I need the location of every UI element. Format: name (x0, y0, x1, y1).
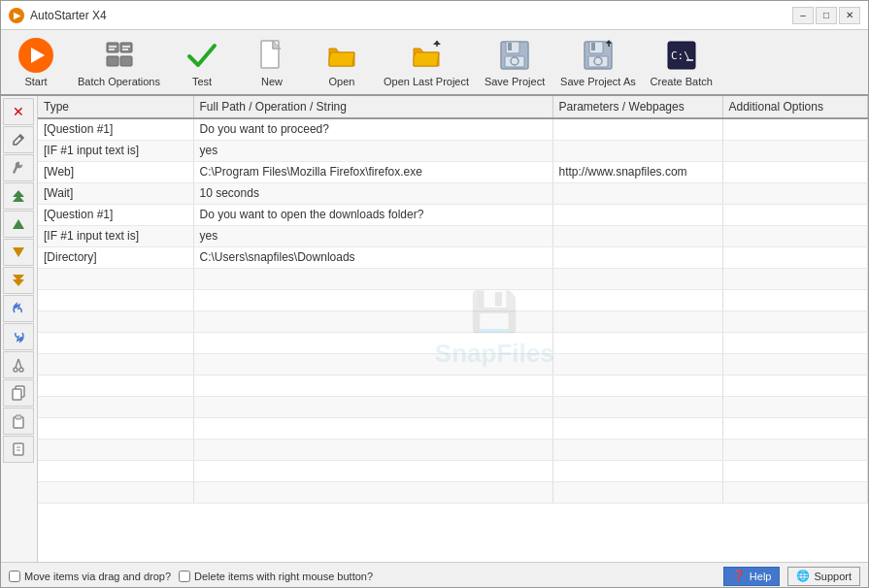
cell-params (552, 310, 722, 332)
test-button[interactable]: Test (167, 32, 237, 92)
help-button[interactable]: ❓ Help (723, 567, 781, 586)
cell-path (193, 460, 552, 481)
cut-button[interactable] (3, 351, 34, 378)
cell-path (193, 353, 552, 375)
app-icon: ▶ (9, 8, 24, 23)
table-row[interactable] (38, 353, 868, 375)
table-row[interactable] (38, 460, 868, 481)
cell-type: [IF #1 input text is] (38, 225, 193, 246)
move-up-fast-button[interactable] (3, 182, 34, 210)
delete-button[interactable]: ✕ (3, 98, 34, 125)
svg-rect-2 (107, 56, 118, 66)
rotate-up-button[interactable] (3, 295, 34, 322)
open-last-project-button[interactable]: Open Last Project (377, 32, 476, 92)
save-project-icon (497, 38, 532, 73)
table-row[interactable] (38, 417, 868, 439)
cell-type: [Wait] (38, 182, 193, 204)
help-label: Help (750, 571, 772, 582)
table-row[interactable] (38, 268, 868, 289)
start-button[interactable]: Start (1, 32, 71, 92)
paste-special-button[interactable] (3, 436, 34, 463)
support-button[interactable]: 🌐 Support (787, 567, 860, 586)
test-label: Test (192, 76, 212, 87)
paste-button[interactable] (3, 408, 34, 435)
svg-line-39 (18, 359, 21, 368)
table-row[interactable] (38, 310, 868, 332)
table-row[interactable] (38, 439, 868, 460)
create-batch-button[interactable]: C:\ Create Batch (643, 32, 720, 92)
drag-drop-checkbox[interactable] (9, 571, 20, 582)
table-row[interactable]: [Web]C:\Program Files\Mozilla Firefox\fi… (38, 161, 868, 182)
svg-rect-19 (591, 43, 595, 50)
table-row[interactable] (38, 375, 868, 396)
batch-operations-icon (102, 38, 137, 73)
delete-right-click-text: Delete items with right mouse button? (194, 571, 373, 582)
copy-button[interactable] (3, 379, 34, 407)
cell-path (193, 396, 552, 417)
move-up-button[interactable] (3, 211, 34, 238)
tool-button[interactable] (3, 154, 34, 181)
save-project-label: Save Project (485, 76, 545, 87)
table-row[interactable]: [Directory]C:\Users\snapfiles\Downloads (38, 246, 868, 268)
cell-options (722, 161, 868, 182)
svg-marker-31 (13, 247, 24, 257)
table-row[interactable] (38, 481, 868, 503)
table-row[interactable]: [IF #1 input text is]yes (38, 225, 868, 246)
create-batch-label: Create Batch (651, 76, 713, 87)
support-label: Support (814, 571, 852, 582)
table-row[interactable]: [IF #1 input text is]yes (38, 140, 868, 161)
save-project-as-button[interactable]: Save Project As (553, 32, 643, 92)
cell-type (38, 460, 193, 481)
delete-right-click-label[interactable]: Delete items with right mouse button? (179, 571, 373, 582)
cell-type (38, 268, 193, 289)
edit-button[interactable] (3, 126, 34, 153)
open-button[interactable]: Open (307, 32, 377, 92)
svg-rect-1 (120, 43, 132, 52)
save-project-as-label: Save Project As (560, 76, 636, 87)
cell-options (722, 396, 868, 417)
rotate-down-button[interactable] (3, 323, 34, 350)
minimize-button[interactable]: – (792, 7, 814, 24)
test-icon (184, 38, 219, 73)
toolbar: Start Batch Operations Test (1, 30, 868, 96)
status-bar: Move items via drag and drop? Delete ite… (1, 562, 868, 588)
cell-params (552, 289, 722, 310)
cell-type (38, 289, 193, 310)
cell-params (552, 439, 722, 460)
move-down-fast-button[interactable] (3, 267, 34, 294)
cell-params (552, 225, 722, 246)
cell-params (552, 140, 722, 161)
table-row[interactable] (38, 332, 868, 353)
close-button[interactable]: ✕ (839, 7, 860, 24)
table-row[interactable]: [Wait]10 seconds (38, 182, 868, 204)
batch-operations-button[interactable]: Batch Operations (71, 32, 167, 92)
maximize-button[interactable]: □ (816, 7, 837, 24)
cell-type (38, 353, 193, 375)
cell-params (552, 460, 722, 481)
cell-options (722, 353, 868, 375)
table-row[interactable] (38, 289, 868, 310)
cell-options (722, 460, 868, 481)
svg-rect-3 (120, 56, 132, 66)
save-project-button[interactable]: Save Project (476, 32, 553, 92)
move-down-button[interactable] (3, 239, 34, 266)
drag-drop-label[interactable]: Move items via drag and drop? (9, 571, 171, 582)
svg-point-36 (14, 368, 17, 372)
cell-params (552, 353, 722, 375)
col-header-type: Type (38, 96, 193, 118)
delete-right-click-checkbox[interactable] (179, 571, 190, 582)
table-row[interactable] (38, 396, 868, 417)
open-last-project-label: Open Last Project (384, 76, 469, 87)
cell-options (722, 268, 868, 289)
open-icon (324, 38, 359, 73)
cell-options (722, 140, 868, 161)
table-row[interactable]: [Question #1]Do you want to proceed? (38, 118, 868, 140)
table-row[interactable]: [Question #1]Do you want to open the dow… (38, 204, 868, 225)
svg-line-38 (16, 359, 18, 368)
cell-type: [IF #1 input text is] (38, 140, 193, 161)
new-button[interactable]: New (237, 32, 307, 92)
batch-operations-label: Batch Operations (78, 76, 160, 87)
cell-params (552, 375, 722, 396)
cell-params (552, 481, 722, 503)
cell-path: Do you want to open the downloads folder… (193, 204, 552, 225)
